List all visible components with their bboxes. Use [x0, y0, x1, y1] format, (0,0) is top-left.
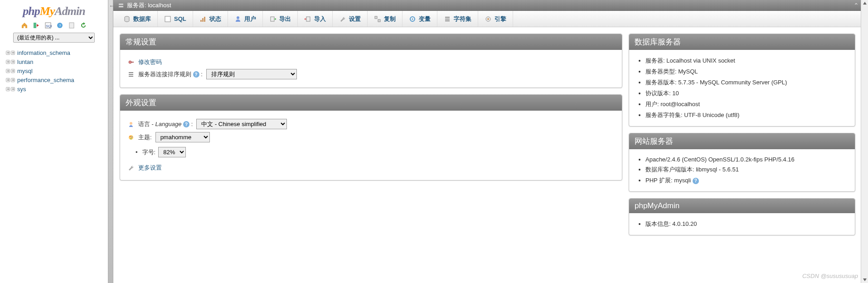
svg-point-13: [237, 16, 239, 19]
db-item-performance-schema[interactable]: performance_schema: [5, 75, 108, 84]
left-column: 常规设置 修改密码 服务器连接排序规则 ? : 排序规则: [120, 34, 622, 277]
export-icon: [269, 15, 276, 23]
sql-icon[interactable]: SQL: [44, 22, 52, 29]
panel-title: 网站服务器: [629, 133, 855, 149]
info-item: 服务器字符集: UTF-8 Unicode (utf8): [645, 110, 848, 121]
db-name[interactable]: luntan: [17, 59, 33, 65]
tab-label: 导出: [279, 15, 291, 23]
tab-databases[interactable]: 数据库: [117, 11, 158, 27]
panel-title: phpMyAdmin: [629, 199, 855, 213]
replication-icon: [374, 15, 381, 23]
info-item: 数据库客户端版本: libmysql - 5.6.51: [645, 164, 848, 175]
pane-divider[interactable]: ←: [108, 0, 113, 283]
docs-icon[interactable]: ?: [56, 22, 63, 29]
users-icon: [234, 15, 242, 23]
help-icon[interactable]: ?: [693, 178, 699, 184]
db-name[interactable]: mysql: [17, 68, 33, 74]
theme-label: 主题:: [138, 133, 152, 142]
svg-rect-16: [375, 16, 377, 19]
tab-charsets[interactable]: 字符集: [437, 11, 478, 27]
breadcrumb-label[interactable]: 服务器: localhost: [127, 1, 171, 10]
tab-sql[interactable]: SQL: [158, 11, 193, 27]
logo-php: php: [23, 5, 39, 18]
info-item: 协议版本: 10: [645, 88, 848, 99]
expand-icon[interactable]: [5, 51, 15, 55]
charset-icon: [444, 15, 451, 23]
svg-point-26: [130, 136, 131, 137]
tab-variables[interactable]: 变量: [402, 11, 437, 27]
collation-select[interactable]: 排序规则: [206, 69, 297, 79]
database-icon: [123, 15, 131, 23]
tab-engines[interactable]: 引擎: [478, 11, 513, 27]
expand-icon[interactable]: [5, 69, 15, 73]
content: 常规设置 修改密码 服务器连接排序规则 ? : 排序规则: [113, 27, 868, 283]
svg-rect-14: [271, 17, 274, 21]
nav-icon-row: SQL ?: [21, 22, 87, 29]
server-icon: [118, 2, 124, 9]
tab-settings[interactable]: 设置: [333, 11, 368, 27]
logo[interactable]: phpMyAdmin: [23, 5, 85, 18]
tab-label: 复制: [384, 15, 396, 23]
db-name[interactable]: performance_schema: [17, 77, 74, 83]
tab-replication[interactable]: 复制: [368, 11, 402, 27]
logo-admin: Admin: [54, 5, 85, 18]
logout-icon[interactable]: [33, 22, 40, 29]
panel-pma: phpMyAdmin 版本信息: 4.0.10.20: [629, 198, 855, 235]
tab-users[interactable]: 用户: [228, 11, 263, 27]
language-icon: [127, 121, 135, 128]
tab-export[interactable]: 导出: [263, 11, 298, 27]
home-icon[interactable]: [21, 22, 28, 29]
tab-label: SQL: [174, 15, 186, 22]
svg-text:?: ?: [59, 24, 61, 28]
svg-rect-5: [69, 23, 74, 28]
theme-select[interactable]: pmahomme: [155, 132, 210, 142]
tab-label: 变量: [419, 15, 431, 23]
db-name[interactable]: information_schema: [17, 49, 70, 56]
collation-label: 服务器连接排序规则 ? :: [138, 70, 203, 78]
svg-point-28: [131, 138, 131, 139]
db-item-information-schema[interactable]: information_schema: [5, 48, 108, 57]
db-item-luntan[interactable]: luntan: [5, 57, 108, 66]
database-tree: information_schema luntan mysql performa…: [0, 48, 108, 93]
change-password-link[interactable]: 修改密码: [138, 58, 162, 66]
db-name[interactable]: sys: [17, 86, 26, 93]
expand-icon[interactable]: [5, 60, 15, 64]
panel-title: 数据库服务器: [629, 34, 855, 50]
svg-point-21: [487, 18, 489, 20]
tab-label: 引擎: [495, 15, 506, 23]
recent-tables-select[interactable]: (最近使用的表) ...: [13, 33, 95, 43]
tab-status[interactable]: 状态: [193, 11, 228, 27]
fontsize-select[interactable]: 82%: [158, 147, 186, 157]
svg-rect-11: [202, 18, 204, 22]
engine-icon: [485, 15, 492, 23]
db-item-sys[interactable]: sys: [5, 84, 108, 93]
tab-import[interactable]: 导入: [298, 11, 333, 27]
tab-label: 用户: [244, 15, 256, 23]
wrench-icon: [339, 15, 346, 23]
language-select[interactable]: 中文 - Chinese simplified: [196, 119, 287, 129]
reload-icon[interactable]: [80, 22, 87, 29]
more-settings-link[interactable]: 更多设置: [138, 164, 162, 172]
db-item-mysql[interactable]: mysql: [5, 66, 108, 75]
password-icon: [127, 59, 135, 66]
help-icon[interactable]: ?: [183, 121, 189, 127]
svg-rect-9: [165, 16, 170, 22]
svg-rect-17: [378, 20, 380, 22]
expand-icon[interactable]: [5, 78, 15, 82]
svg-rect-7: [119, 5, 124, 7]
svg-point-24: [130, 122, 132, 125]
info-item: 用户: root@localhost: [645, 99, 848, 110]
tab-label: 字符集: [454, 15, 471, 23]
info-item: 版本信息: 4.0.10.20: [645, 219, 848, 229]
breadcrumb: 服务器: localhost ⌃: [113, 0, 868, 11]
help-icon[interactable]: ?: [193, 71, 199, 78]
vertical-scrollbar[interactable]: [861, 0, 868, 283]
collapse-top-icon[interactable]: ⌃: [853, 2, 859, 9]
svg-rect-6: [119, 3, 124, 5]
panel-title: 常规设置: [120, 34, 622, 50]
svg-rect-15: [306, 17, 310, 21]
expand-icon[interactable]: [5, 87, 15, 91]
tab-label: 状态: [209, 15, 221, 23]
info-item: 服务器版本: 5.7.35 - MySQL Community Server (…: [645, 77, 848, 88]
page-icon[interactable]: [68, 22, 75, 29]
